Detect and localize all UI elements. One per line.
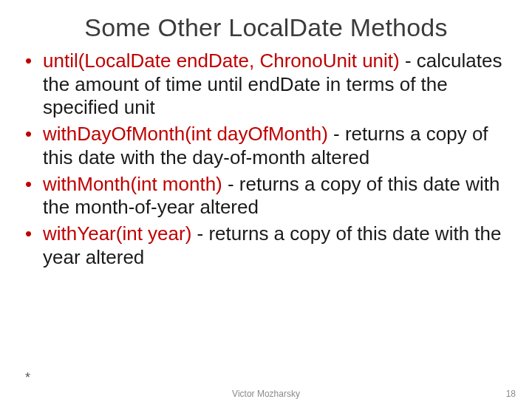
list-item: withMonth(int month) - returns a copy of… [43,173,502,219]
list-item: withYear(int year) - returns a copy of t… [43,222,502,269]
method-signature: until(LocalDate endDate, ChronoUnit unit… [43,50,400,72]
slide-content: until(LocalDate endDate, ChronoUnit unit… [0,50,532,269]
method-signature: withMonth(int month) [43,173,222,195]
slide-title: Some Other LocalDate Methods [0,0,532,50]
footer-asterisk: * [25,370,30,386]
list-item: withDayOfMonth(int dayOfMonth) - returns… [43,123,502,169]
footer-page-number: 18 [506,389,516,399]
slide: Some Other LocalDate Methods until(Local… [0,0,532,399]
method-signature: withYear(int year) [43,222,191,245]
method-signature: withDayOfMonth(int dayOfMonth) [43,123,328,145]
list-item: until(LocalDate endDate, ChronoUnit unit… [43,50,502,120]
footer-author: Victor Mozharsky [232,389,300,399]
bullet-list: until(LocalDate endDate, ChronoUnit unit… [43,50,502,269]
